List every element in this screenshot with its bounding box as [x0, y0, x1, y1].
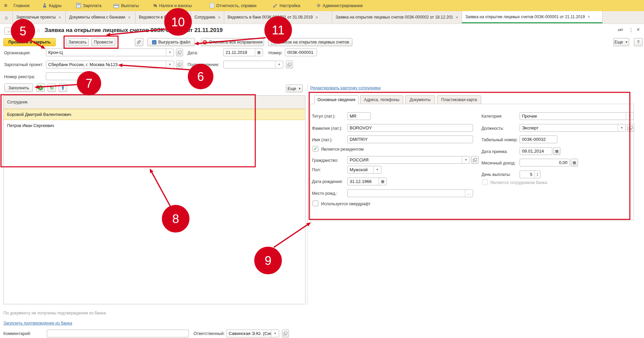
get-link-icon[interactable]	[618, 27, 623, 34]
chevron-down-icon[interactable]: ▼	[166, 61, 174, 68]
menu-item-1[interactable]: Главное	[13, 0, 30, 11]
menu-item-4[interactable]: Выплаты	[114, 0, 139, 11]
post-button[interactable]: Провести	[91, 38, 115, 46]
cancel-all-fixes-button[interactable]: ✕ Отменить все исправления	[201, 38, 264, 46]
responsible-open-button[interactable]	[282, 330, 289, 337]
splitter[interactable]	[308, 84, 308, 304]
tab-close-icon[interactable]: ×	[588, 14, 590, 19]
responsible-combo[interactable]: Савинская Э.Ю. (Систем▼	[226, 330, 279, 337]
refresh-button[interactable]: ↻	[48, 84, 56, 92]
category-combo[interactable]: Прочие▼	[520, 112, 634, 120]
chevron-down-icon[interactable]: ▼	[275, 61, 283, 68]
calendar-icon[interactable]: ▦	[379, 178, 386, 185]
tab-Заявка на открытие л[interactable]: Заявка на открытие лицевых счетов 00ЗК-0…	[332, 11, 462, 23]
resident-checkbox[interactable]	[313, 146, 318, 152]
tab-Ведомости в банк[interactable]: Ведомости в банк	[136, 11, 191, 23]
hamburger-icon[interactable]: ≡	[4, 2, 7, 9]
accounts-list-button[interactable]: Список на открытие лицевых счетов	[268, 38, 352, 46]
menu-item-3[interactable]: Зарплата	[76, 0, 101, 11]
sex-combo[interactable]: Мужской▼	[347, 166, 381, 174]
panel-tab-2[interactable]: Адреса, телефоны	[360, 95, 403, 104]
overdraft-checkbox[interactable]	[313, 201, 318, 206]
tab-Ведомость в банк 00З[interactable]: Ведомость в банк 00ЗК-000001 от 31.08.20…	[224, 11, 332, 23]
chevron-down-icon[interactable]: ▼	[271, 330, 279, 337]
registry-number-field[interactable]	[46, 72, 90, 80]
number-field[interactable]: 00ЗК-000001	[285, 49, 317, 56]
more-button-toolbar[interactable]: Еще▼	[613, 38, 629, 46]
menu-item-6[interactable]: Отчетность, справки	[210, 0, 257, 11]
spinner-buttons[interactable]: ▲▼	[534, 171, 540, 178]
organization-combo[interactable]: Крон-Ц▼	[46, 49, 174, 56]
panel-tab-4[interactable]: Пластиковая карта	[437, 95, 481, 104]
position-combo[interactable]: Эксперт▼	[520, 124, 626, 132]
tab-Документы обмена с б[interactable]: Документы обмена с банками×	[66, 11, 136, 23]
position-open-button[interactable]	[627, 124, 634, 132]
overdraft-label[interactable]: Используется овердрафт	[321, 202, 371, 206]
tab-Заявка на открытие л[interactable]: Заявка на открытие лицевых счетов 00ЗК-0…	[462, 11, 603, 23]
citizenship-combo[interactable]: РОССИЯ▼	[347, 156, 470, 164]
organization-label: Организация:	[4, 51, 31, 55]
date-field[interactable]: 21.11.2019▦	[223, 49, 263, 56]
surname-lat-field[interactable]: BOROVOY	[347, 124, 473, 132]
panel-tab-1[interactable]: Основные сведения	[314, 95, 358, 104]
calendar-icon[interactable]: ▦	[255, 49, 263, 56]
favorite-star-icon[interactable]: ☆	[36, 28, 41, 33]
birthdate-field[interactable]: 31.12.1966▦	[347, 178, 387, 185]
organization-open-button[interactable]	[176, 49, 183, 56]
add-button[interactable]: +	[36, 84, 45, 92]
tab-close-icon[interactable]: ×	[58, 15, 61, 20]
help-button[interactable]: ?	[634, 38, 643, 46]
name-lat-field[interactable]: DMITRIY	[347, 135, 473, 143]
payday-stepper[interactable]: 5 ▲▼	[520, 171, 540, 178]
edit-employee-card-link[interactable]: Редактировать карточку сотрудника	[310, 86, 381, 90]
birthplace-field[interactable]: ...	[347, 189, 473, 197]
save-button[interactable]: Записать	[66, 38, 89, 46]
move-up-button[interactable]: ⬆	[59, 84, 67, 92]
income-field[interactable]: 0,00	[520, 159, 570, 166]
hire-date-calendar-button[interactable]: ▦	[553, 147, 560, 155]
salary-project-open-button[interactable]	[176, 61, 183, 68]
chevron-down-icon[interactable]: ▼	[373, 166, 381, 173]
income-calculator-button[interactable]: ▦	[571, 159, 578, 166]
tab-close-icon[interactable]: ×	[456, 15, 458, 20]
chevron-down-icon[interactable]: ▼	[618, 124, 625, 131]
employee-number-field[interactable]: 00ЗК-00032	[520, 135, 557, 143]
back-button[interactable]: ←	[4, 27, 13, 35]
chevron-down-icon[interactable]: ▼	[462, 156, 470, 163]
comment-field[interactable]	[47, 330, 189, 337]
tab-Сотрудники[interactable]: Сотрудники×	[191, 11, 224, 23]
table-row[interactable]: Петров Иван Сергеевич	[4, 120, 305, 131]
menu-item-5[interactable]: %Налоги и взносы	[153, 0, 192, 11]
tab-home[interactable]: ⌂	[0, 11, 13, 23]
tab-close-icon[interactable]: ×	[316, 15, 318, 20]
ellipsis-button[interactable]: ...	[465, 190, 473, 197]
more-button-list[interactable]: Еще▼	[286, 85, 303, 92]
citizenship-open-button[interactable]	[471, 156, 478, 164]
title-lat-field[interactable]: MR	[347, 112, 371, 120]
tab-close-icon[interactable]: ×	[128, 15, 130, 20]
menu-item-8[interactable]: ⚙Администрирование	[317, 0, 363, 11]
resident-label[interactable]: Является резидентом	[321, 147, 364, 152]
window-menu-icon[interactable]: ⋮	[628, 27, 634, 33]
tab-label: Заявка на открытие лицевых счетов 00ЗК-0…	[335, 15, 453, 20]
close-icon[interactable]: ×	[637, 27, 640, 33]
chevron-down-icon[interactable]: ▼	[166, 49, 174, 56]
fill-button[interactable]: Заполнить	[4, 84, 33, 92]
salary-project-combo[interactable]: Сбербанк России, г. Москва №123▼	[46, 61, 174, 68]
hire-date-field[interactable]: 09.01.2014	[520, 147, 552, 155]
menu-item-7[interactable]: Настройка	[273, 0, 300, 11]
department-open-button[interactable]	[286, 61, 293, 68]
table-header[interactable]: Сотрудник	[4, 96, 305, 109]
department-combo[interactable]: ▼	[223, 61, 283, 68]
export-file-button[interactable]: Выгрузить файл	[147, 38, 195, 46]
tab-Зарплатные проекты[interactable]: Зарплатные проекты×	[13, 11, 66, 23]
table-row[interactable]: Боровой Дмитрий Валентинович	[4, 109, 305, 120]
tab-close-icon[interactable]: ×	[218, 15, 221, 20]
load-confirmation-link[interactable]: Загрузить подтверждение из банка	[3, 321, 72, 326]
panel-tab-3[interactable]: Документы	[405, 95, 435, 104]
employees-table[interactable]: Сотрудник Боровой Дмитрий ВалентиновичПе…	[3, 95, 305, 304]
menu-item-2[interactable]: Кадры	[42, 0, 61, 11]
chevron-down-icon[interactable]: ▼	[626, 113, 634, 120]
attachment-button[interactable]	[135, 38, 143, 46]
post-and-close-button[interactable]: Провести и закрыть	[3, 38, 56, 46]
